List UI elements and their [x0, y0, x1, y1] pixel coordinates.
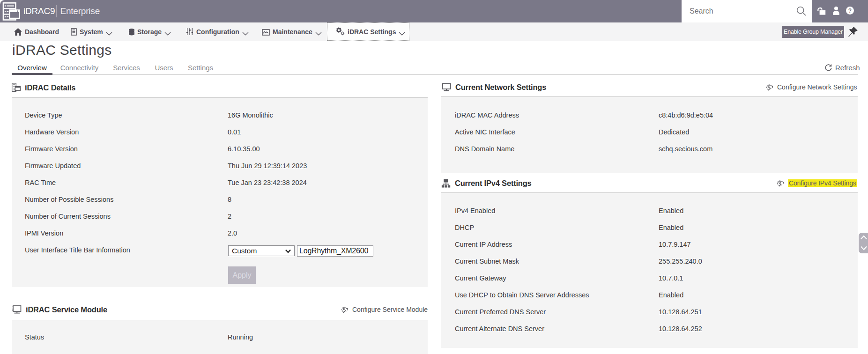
svg-text:?: ? — [848, 7, 852, 14]
